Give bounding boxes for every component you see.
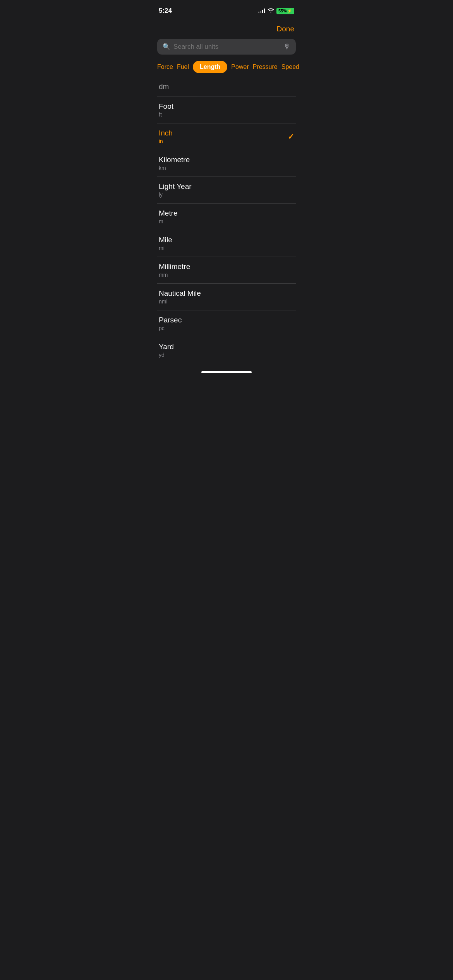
unit-abbreviation: nmi (159, 298, 201, 305)
unit-name: Nautical Mile (159, 289, 201, 298)
unit-info: Millimetremm (159, 262, 190, 278)
unit-abbreviation: ly (159, 192, 192, 198)
unit-list: dmFootftInchin✓KilometrekmLight YearlyMe… (151, 77, 302, 363)
list-item[interactable]: Yardyd (157, 337, 296, 363)
tab-speed[interactable]: Speed (281, 61, 299, 73)
battery-level: 55%⚡ (276, 8, 294, 14)
unit-abbreviation: yd (159, 352, 174, 358)
unit-name: Inch (159, 129, 173, 137)
list-item[interactable]: Footft (157, 97, 296, 123)
microphone-icon[interactable]: 🎙 (283, 43, 290, 51)
unit-info: Yardyd (159, 343, 174, 358)
unit-info: Footft (159, 102, 173, 118)
list-item[interactable]: Millimetremm (157, 257, 296, 284)
tab-fuel[interactable]: Fuel (177, 61, 189, 73)
list-item[interactable]: dm (157, 77, 296, 97)
unit-info: Parsecpc (159, 316, 182, 331)
search-icon: 🔍 (163, 43, 170, 50)
search-container: 🔍 🎙 (151, 37, 302, 58)
unit-abbreviation: km (159, 165, 190, 171)
unit-info: Milemi (159, 236, 172, 251)
unit-abbreviation: ft (159, 111, 173, 118)
list-item[interactable]: Nautical Milenmi (157, 284, 296, 310)
search-input[interactable] (173, 43, 280, 51)
unit-info: Metrem (159, 209, 178, 224)
list-item[interactable]: Light Yearly (157, 177, 296, 204)
tab-force[interactable]: Force (157, 61, 173, 73)
signal-bar-3 (262, 10, 263, 13)
unit-name: dm (159, 82, 169, 91)
status-bar: 5:24 55%⚡ (151, 0, 302, 19)
unit-abbreviation: mi (159, 245, 172, 251)
signal-bars-icon (258, 9, 265, 13)
tab-pressure[interactable]: Pressure (253, 61, 278, 73)
done-button[interactable]: Done (277, 25, 294, 33)
unit-name: Millimetre (159, 262, 190, 271)
tab-length[interactable]: Length (193, 61, 227, 73)
status-icons: 55%⚡ (258, 8, 294, 14)
unit-info: Inchin (159, 129, 173, 144)
list-item[interactable]: Parsecpc (157, 310, 296, 337)
unit-abbreviation: pc (159, 325, 182, 331)
list-item[interactable]: Kilometrekm (157, 150, 296, 177)
header: Done (151, 19, 302, 37)
unit-name: Yard (159, 343, 174, 351)
unit-name: Mile (159, 236, 172, 244)
unit-name: Light Year (159, 182, 192, 191)
unit-name: Foot (159, 102, 173, 111)
home-indicator (151, 363, 302, 377)
unit-name: Kilometre (159, 156, 190, 164)
signal-bar-2 (260, 11, 261, 13)
unit-abbreviation: m (159, 218, 178, 224)
unit-info: dm (159, 82, 169, 91)
battery-indicator: 55%⚡ (276, 8, 294, 14)
status-time: 5:24 (159, 7, 172, 15)
unit-name: Metre (159, 209, 178, 218)
list-item[interactable]: Metrem (157, 204, 296, 230)
tab-power[interactable]: Power (231, 61, 249, 73)
unit-info: Light Yearly (159, 182, 192, 198)
wifi-icon (268, 8, 274, 14)
signal-bar-1 (258, 12, 259, 13)
unit-abbreviation: in (159, 138, 173, 144)
search-bar[interactable]: 🔍 🎙 (157, 39, 296, 55)
unit-abbreviation: mm (159, 272, 190, 278)
home-bar (201, 371, 252, 373)
unit-info: Nautical Milenmi (159, 289, 201, 305)
signal-bar-4 (264, 9, 265, 13)
list-item[interactable]: Inchin✓ (157, 123, 296, 150)
unit-name: Parsec (159, 316, 182, 324)
category-tabs: ForceFuelLengthPowerPressureSpeed (151, 58, 302, 77)
checkmark-icon: ✓ (288, 132, 294, 141)
unit-info: Kilometrekm (159, 156, 190, 171)
list-item[interactable]: Milemi (157, 230, 296, 257)
